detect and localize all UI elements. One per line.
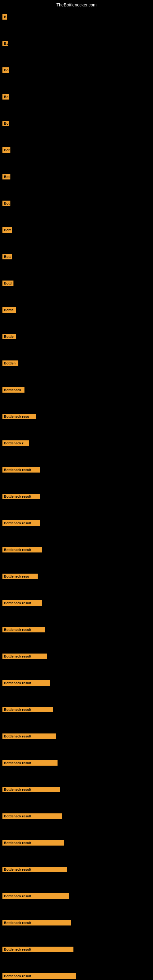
badge-row-1: B# (0, 36, 153, 62)
badge-7: Bot (2, 200, 10, 206)
badge-row-30: Bottleneck result (0, 808, 153, 835)
badge-14: Bottleneck (2, 387, 24, 393)
badge-22: Bottleneck result (2, 600, 42, 606)
badge-row-19: Bottleneck result (0, 515, 153, 542)
badge-34: Bottleneck result (2, 920, 71, 926)
badge-29: Bottleneck result (2, 787, 60, 792)
badge-row-34: Bottleneck result (0, 915, 153, 942)
badge-row-27: Bottleneck result (0, 729, 153, 755)
badge-32: Bottleneck result (2, 867, 67, 872)
badge-33: Bottleneck result (2, 893, 69, 899)
badge-row-33: Bottleneck result (0, 888, 153, 915)
badge-24: Bottleneck result (2, 654, 47, 659)
badge-row-23: Bottleneck result (0, 622, 153, 649)
badge-row-21: Bottleneck resu (0, 569, 153, 595)
badge-row-12: Bottle (0, 329, 153, 356)
badge-10: Bottl (2, 280, 13, 286)
badge-16: Bottleneck r (2, 441, 29, 446)
badge-6: Bot (2, 174, 10, 180)
badge-row-3: Bo (0, 89, 153, 116)
badge-row-25: Bottleneck result (0, 675, 153, 702)
badge-row-17: Bottleneck result (0, 462, 153, 489)
badge-23: Bottleneck result (2, 627, 45, 632)
badge-row-31: Bottleneck result (0, 835, 153, 862)
badge-36: Bottleneck result (2, 973, 76, 979)
badge-3: Bo (2, 94, 9, 100)
badge-row-20: Bottleneck result (0, 542, 153, 569)
badge-4: Bo (2, 121, 9, 126)
badge-row-6: Bot (0, 169, 153, 196)
badge-9: Bott (2, 254, 12, 259)
badge-2: Bo (2, 67, 9, 73)
badge-row-28: Bottleneck result (0, 755, 153, 782)
badge-row-32: Bottleneck result (0, 862, 153, 888)
badge-31: Bottleneck result (2, 840, 64, 846)
badge-35: Bottleneck result (2, 947, 73, 952)
badge-row-15: Bottleneck resu (0, 409, 153, 436)
badge-20: Bottleneck result (2, 547, 42, 552)
badge-row-16: Bottleneck r (0, 436, 153, 462)
badges-container: BB#BoBoBoBotBotBotBottBottBottlBottleBot… (0, 9, 153, 980)
badge-12: Bottle (2, 334, 16, 339)
badge-15: Bottleneck resu (2, 414, 36, 419)
badge-13: Bottlen (2, 360, 18, 366)
badge-row-22: Bottleneck result (0, 595, 153, 622)
badge-27: Bottleneck result (2, 733, 56, 739)
badge-row-26: Bottleneck result (0, 702, 153, 729)
badge-row-0: B (0, 9, 153, 36)
badge-row-9: Bott (0, 249, 153, 275)
badge-row-24: Bottleneck result (0, 649, 153, 675)
badge-row-7: Bot (0, 196, 153, 222)
badge-17: Bottleneck result (2, 467, 40, 473)
badge-8: Bott (2, 227, 12, 233)
site-title: TheBottlenecker.com (0, 2, 153, 7)
badge-row-4: Bo (0, 116, 153, 142)
badge-26: Bottleneck result (2, 707, 53, 712)
badge-1: B# (2, 41, 8, 46)
badge-row-36: Bottleneck result (0, 968, 153, 980)
badge-25: Bottleneck result (2, 680, 50, 686)
badge-row-18: Bottleneck result (0, 489, 153, 515)
badge-5: Bot (2, 147, 10, 153)
badge-row-5: Bot (0, 142, 153, 169)
badge-row-10: Bottl (0, 275, 153, 302)
badge-19: Bottleneck result (2, 520, 40, 526)
badge-11: Bottle (2, 307, 16, 313)
badge-row-14: Bottleneck (0, 382, 153, 409)
badge-row-8: Bott (0, 222, 153, 249)
badge-row-35: Bottleneck result (0, 942, 153, 968)
badge-0: B (2, 14, 7, 20)
badge-row-29: Bottleneck result (0, 782, 153, 808)
badge-18: Bottleneck result (2, 494, 40, 499)
badge-row-13: Bottlen (0, 356, 153, 382)
badge-30: Bottleneck result (2, 813, 62, 819)
badge-row-11: Bottle (0, 302, 153, 329)
badge-21: Bottleneck resu (2, 574, 38, 579)
badge-28: Bottleneck result (2, 760, 57, 766)
badge-row-2: Bo (0, 62, 153, 89)
